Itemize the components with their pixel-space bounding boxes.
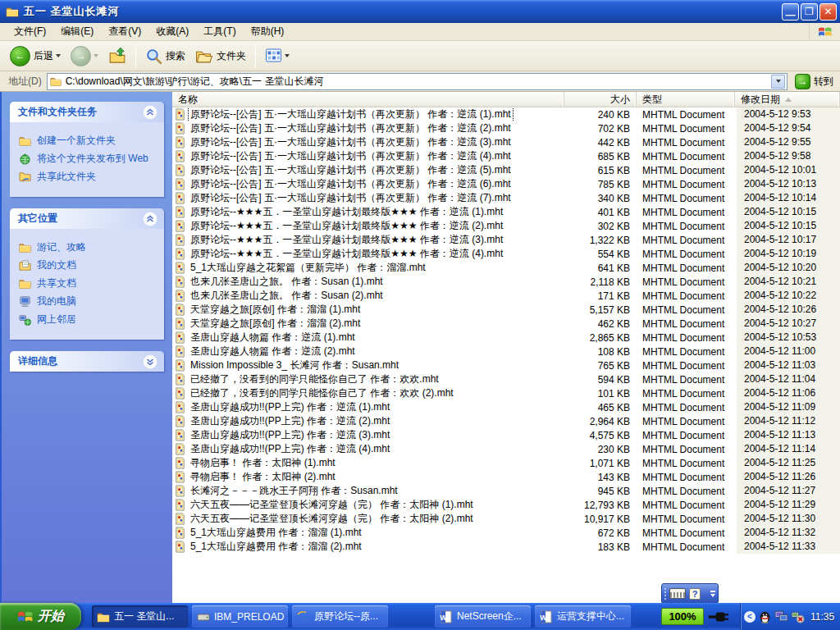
table-row[interactable]: 六天五夜——记圣堂登顶长滩河穿越（完） 作者：太阳神 (2).mht10,917… — [172, 512, 840, 526]
back-dropdown-icon[interactable] — [56, 54, 61, 57]
table-row[interactable]: 天堂穿越之旅[原创] 作者：溜溜 (2).mht462 KBMHTML Docu… — [172, 317, 840, 331]
battery-level-badge[interactable]: 100% — [661, 608, 704, 625]
file-name-cell[interactable]: 圣唐山穿越人物篇 作者：逆流 (2).mht — [172, 345, 564, 358]
table-row[interactable]: 寻物启事！ 作者：太阳神 (1).mht1,071 KBMHTML Docume… — [172, 456, 840, 470]
file-name-cell[interactable]: 原野论坛--[公告] 五·一大瑶山穿越计划书（再次更新） 作者：逆流 (3).m… — [172, 135, 564, 149]
sidebar-item-parent-folder[interactable]: 游记、攻略 — [18, 241, 159, 253]
address-path[interactable]: C:\download\网文\旅游\驴行\游记、攻略\五一 圣堂山长滩河 — [66, 75, 771, 89]
file-name[interactable]: 原野论坛--★★★五．一圣堂山穿越计划最终版★★★ 作者：逆流 (4).mht — [189, 247, 504, 261]
file-name[interactable]: 天堂穿越之旅[原创] 作者：溜溜 (1).mht — [189, 303, 362, 317]
file-name-cell[interactable]: 原野论坛--[公告] 五·一大瑶山穿越计划书（再次更新） 作者：逆流 (7).m… — [172, 191, 564, 205]
file-name-cell[interactable]: Mission Impossible 3_ 长滩河 作者：Susan.mht — [172, 358, 564, 372]
table-row[interactable]: 5_1大瑶山穿越之花絮篇（更新完毕） 作者：溜溜.mht641 KBMHTML … — [172, 261, 840, 275]
table-row[interactable]: 圣唐山穿越人物篇 作者：逆流 (1).mht2,865 KBMHTML Docu… — [172, 331, 840, 345]
panel-other-places-header[interactable]: 其它位置 — [10, 208, 164, 229]
table-row[interactable]: 已经撤了，没看到的同学只能怪你自己了 作者：欢欢 (2).mht101 KBMH… — [172, 386, 840, 400]
views-button[interactable] — [260, 43, 294, 69]
address-dropdown-icon[interactable] — [771, 75, 785, 89]
file-name[interactable]: 天堂穿越之旅[原创] 作者：溜溜 (2).mht — [189, 317, 362, 331]
file-name-cell[interactable]: 原野论坛--★★★五．一圣堂山穿越计划最终版★★★ 作者：逆流 (1).mht — [172, 205, 564, 219]
file-name[interactable]: 原野论坛--[公告] 五·一大瑶山穿越计划书（再次更新） 作者：逆流 (5).m… — [189, 163, 513, 177]
file-name-cell[interactable]: 原野论坛--[公告] 五·一大瑶山穿越计划书（再次更新） 作者：逆流 (1).m… — [172, 107, 564, 121]
file-name-cell[interactable]: 寻物启事！ 作者：太阳神 (2).mht — [172, 470, 564, 484]
panel-file-tasks-header[interactable]: 文件和文件夹任务 — [10, 102, 164, 122]
table-row[interactable]: 原野论坛--★★★五．一圣堂山穿越计划最终版★★★ 作者：逆流 (1).mht4… — [172, 205, 840, 219]
file-name[interactable]: 也来几张圣唐山之旅。 作者：Susan (2).mht — [189, 289, 385, 303]
file-name[interactable]: Mission Impossible 3_ 长滩河 作者：Susan.mht — [189, 358, 400, 372]
file-name[interactable]: 已经撤了，没看到的同学只能怪你自己了 作者：欢欢 (2).mht — [189, 386, 455, 400]
file-name-cell[interactable]: 原野论坛--★★★五．一圣堂山穿越计划最终版★★★ 作者：逆流 (4).mht — [172, 247, 564, 261]
start-button[interactable]: 开始 — [0, 603, 81, 630]
taskbar-task-1[interactable]: 五一 圣堂山... — [92, 605, 188, 628]
table-row[interactable]: 原野论坛--[公告] 五·一大瑶山穿越计划书（再次更新） 作者：逆流 (5).m… — [172, 163, 840, 177]
file-name-cell[interactable]: 圣唐山穿越成功!!(PP上完) 作者：逆流 (4).mht — [172, 442, 564, 456]
table-row[interactable]: 原野论坛--★★★五．一圣堂山穿越计划最终版★★★ 作者：逆流 (2).mht3… — [172, 219, 840, 233]
restore-button[interactable]: ❐ — [801, 3, 818, 21]
table-row[interactable]: 圣唐山穿越成功!!(PP上完) 作者：逆流 (3).mht4,575 KBMHT… — [172, 428, 840, 442]
file-name[interactable]: 圣唐山穿越成功!!(PP上完) 作者：逆流 (3).mht — [189, 428, 391, 442]
table-row[interactable]: 圣唐山穿越成功!!(PP上完) 作者：逆流 (4).mht230 KBMHTML… — [172, 442, 840, 456]
table-row[interactable]: 5_1大瑶山穿越费用 作者：溜溜 (2).mht183 KBMHTML Docu… — [172, 540, 840, 554]
menu-view[interactable]: 查看(V) — [101, 23, 148, 40]
file-name-cell[interactable]: 也来几张圣唐山之旅。 作者：Susan (1).mht — [172, 275, 564, 289]
file-name-cell[interactable]: 原野论坛--★★★五．一圣堂山穿越计划最终版★★★ 作者：逆流 (3).mht — [172, 233, 564, 247]
taskbar-task-2[interactable]: IBM_PRELOAD ... — [192, 605, 288, 628]
file-name[interactable]: 原野论坛--[公告] 五·一大瑶山穿越计划书（再次更新） 作者：逆流 (3).m… — [189, 135, 513, 149]
file-name[interactable]: 原野论坛--[公告] 五·一大瑶山穿越计划书（再次更新） 作者：逆流 (7).m… — [189, 191, 513, 205]
sidebar-item-share-folder[interactable]: 共享此文件夹 — [18, 171, 159, 183]
address-input[interactable]: C:\download\网文\旅游\驴行\游记、攻略\五一 圣堂山长滩河 — [47, 73, 788, 90]
file-name-cell[interactable]: 六天五夜——记圣堂登顶长滩河穿越（完） 作者：太阳神 (2).mht — [172, 512, 564, 526]
drag-handle[interactable] — [664, 588, 666, 600]
hide-tray-icons-icon[interactable]: < — [744, 611, 756, 623]
sidebar-item-my-computer[interactable]: 我的电脑 — [18, 295, 159, 308]
file-name-cell[interactable]: 5_1大瑶山穿越费用 作者：溜溜 (2).mht — [172, 540, 564, 554]
table-row[interactable]: 圣唐山穿越成功!!(PP上完) 作者：逆流 (2).mht2,964 KBMHT… — [172, 414, 840, 428]
table-row[interactable]: 5_1大瑶山穿越费用 作者：溜溜 (1).mht672 KBMHTML Docu… — [172, 526, 840, 540]
column-header-name[interactable]: 名称 — [172, 92, 564, 107]
table-row[interactable]: 长滩河之－－－跳水王子阿翔 作者：Susan.mht945 KBMHTML Do… — [172, 484, 840, 498]
file-name-cell[interactable]: 天堂穿越之旅[原创] 作者：溜溜 (1).mht — [172, 303, 564, 317]
file-name[interactable]: 圣唐山穿越成功!!(PP上完) 作者：逆流 (4).mht — [189, 442, 391, 456]
file-name[interactable]: 长滩河之－－－跳水王子阿翔 作者：Susan.mht — [189, 484, 399, 498]
table-row[interactable]: 圣唐山穿越人物篇 作者：逆流 (2).mht108 KBMHTML Docume… — [172, 345, 840, 358]
file-name[interactable]: 5_1大瑶山穿越费用 作者：溜溜 (1).mht — [189, 526, 363, 540]
table-row[interactable]: 天堂穿越之旅[原创] 作者：溜溜 (1).mht5,157 KBMHTML Do… — [172, 303, 840, 317]
file-name-cell[interactable]: 原野论坛--[公告] 五·一大瑶山穿越计划书（再次更新） 作者：逆流 (5).m… — [172, 163, 564, 177]
language-bar-options[interactable] — [710, 591, 715, 597]
file-name[interactable]: 原野论坛--★★★五．一圣堂山穿越计划最终版★★★ 作者：逆流 (1).mht — [189, 205, 504, 219]
search-button[interactable]: 搜索 — [140, 43, 190, 69]
table-row[interactable]: 原野论坛--[公告] 五·一大瑶山穿越计划书（再次更新） 作者：逆流 (2).m… — [172, 121, 840, 135]
table-row[interactable]: 六天五夜——记圣堂登顶长滩河穿越（完） 作者：太阳神 (1).mht12,793… — [172, 498, 840, 512]
file-name-cell[interactable]: 5_1大瑶山穿越费用 作者：溜溜 (1).mht — [172, 526, 564, 540]
qq-tray-icon[interactable] — [758, 609, 772, 623]
file-name[interactable]: 原野论坛--[公告] 五·一大瑶山穿越计划书（再次更新） 作者：逆流 (2).m… — [189, 121, 513, 135]
collapse-chevron-icon[interactable] — [143, 212, 158, 226]
file-name[interactable]: 六天五夜——记圣堂登顶长滩河穿越（完） 作者：太阳神 (1).mht — [189, 498, 475, 512]
folders-button[interactable]: 文件夹 — [190, 43, 251, 69]
file-name-cell[interactable]: 已经撤了，没看到的同学只能怪你自己了 作者：欢欢.mht — [172, 372, 564, 386]
table-row[interactable]: 原野论坛--[公告] 五·一大瑶山穿越计划书（再次更新） 作者：逆流 (3).m… — [172, 135, 840, 149]
file-name-cell[interactable]: 圣唐山穿越成功!!(PP上完) 作者：逆流 (1).mht — [172, 400, 564, 414]
file-name[interactable]: 圣唐山穿越成功!!(PP上完) 作者：逆流 (2).mht — [189, 414, 391, 428]
file-name[interactable]: 也来几张圣唐山之旅。 作者：Susan (1).mht — [189, 275, 385, 289]
close-button[interactable]: ✕ — [819, 3, 837, 21]
file-name-cell[interactable]: 也来几张圣唐山之旅。 作者：Susan (2).mht — [172, 289, 564, 303]
file-name-cell[interactable]: 圣唐山穿越成功!!(PP上完) 作者：逆流 (3).mht — [172, 428, 564, 442]
table-row[interactable]: Mission Impossible 3_ 长滩河 作者：Susan.mht76… — [172, 358, 840, 372]
file-name-cell[interactable]: 原野论坛--[公告] 五·一大瑶山穿越计划书（再次更新） 作者：逆流 (2).m… — [172, 121, 564, 135]
taskbar-task-4[interactable]: NetScreen企... — [435, 605, 531, 628]
network-error-tray-icon[interactable] — [791, 609, 805, 623]
file-name[interactable]: 圣唐山穿越人物篇 作者：逆流 (2).mht — [189, 345, 357, 358]
taskbar-task-3[interactable]: 原野论坛--原... — [292, 605, 388, 628]
file-name-cell[interactable]: 寻物启事！ 作者：太阳神 (1).mht — [172, 456, 564, 470]
table-row[interactable]: 也来几张圣唐山之旅。 作者：Susan (1).mht2,118 KBMHTML… — [172, 275, 840, 289]
file-name[interactable]: 圣唐山穿越成功!!(PP上完) 作者：逆流 (1).mht — [189, 400, 391, 414]
file-name[interactable]: 寻物启事！ 作者：太阳神 (1).mht — [189, 456, 337, 470]
table-row[interactable]: 原野论坛--★★★五．一圣堂山穿越计划最终版★★★ 作者：逆流 (4).mht5… — [172, 247, 840, 261]
taskbar-clock[interactable]: 11:35 — [810, 611, 834, 623]
table-row[interactable]: 圣唐山穿越成功!!(PP上完) 作者：逆流 (1).mht465 KBMHTML… — [172, 400, 840, 414]
table-row[interactable]: 原野论坛--[公告] 五·一大瑶山穿越计划书（再次更新） 作者：逆流 (1).m… — [172, 107, 840, 121]
file-name[interactable]: 已经撤了，没看到的同学只能怪你自己了 作者：欢欢.mht — [189, 372, 441, 386]
back-button[interactable]: ← 后退 — [5, 43, 66, 69]
file-name-cell[interactable]: 原野论坛--[公告] 五·一大瑶山穿越计划书（再次更新） 作者：逆流 (6).m… — [172, 177, 564, 191]
